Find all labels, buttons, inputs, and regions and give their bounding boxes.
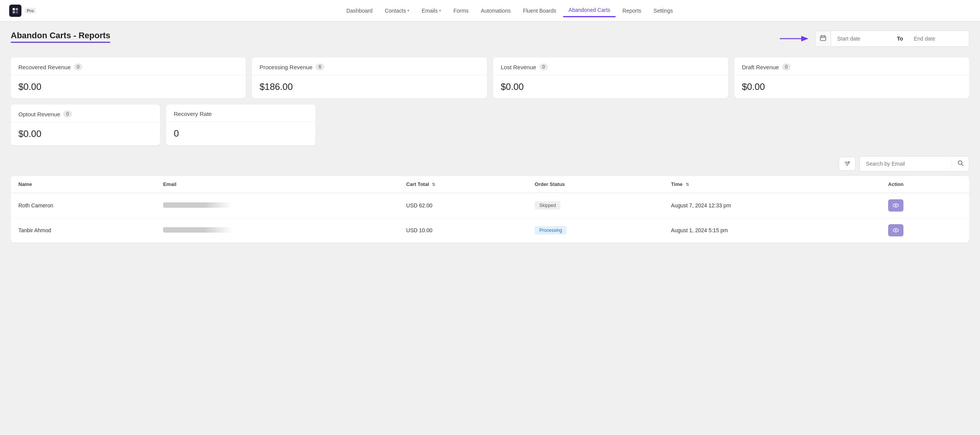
processing-revenue-title: Processing Revenue [260, 64, 312, 70]
status-badge-skipped: Skipped [535, 201, 560, 210]
svg-point-13 [895, 205, 897, 206]
page-content: Abandon Carts - Reports [0, 21, 980, 252]
col-action: Action [880, 176, 969, 193]
table-row: Roth Cameron USD 62.00 Skipped August 7,… [11, 193, 969, 218]
cell-email [155, 218, 399, 243]
optout-revenue-title: Optout Revenue [18, 111, 60, 117]
recovered-revenue-badge: 0 [74, 64, 83, 70]
cell-time: August 1, 2024 5:15 pm [663, 218, 880, 243]
recovery-rate-card: Recovery Rate 0 [166, 104, 315, 145]
nav-abandoned-carts[interactable]: Abandoned Carts [563, 4, 616, 17]
table-body: Roth Cameron USD 62.00 Skipped August 7,… [11, 193, 969, 243]
search-email-input[interactable] [860, 157, 952, 170]
processing-revenue-value: $186.00 [252, 75, 487, 98]
nav-emails[interactable]: Emails ▾ [416, 5, 446, 17]
cell-action [880, 218, 969, 243]
svg-rect-1 [16, 8, 18, 10]
table-toolbar [11, 156, 969, 171]
chevron-down-icon: ▾ [439, 8, 441, 13]
nav-contacts[interactable]: Contacts ▾ [379, 5, 415, 17]
lost-revenue-badge: 0 [539, 64, 548, 70]
sort-icon: ⇅ [686, 182, 689, 187]
search-button[interactable] [952, 156, 969, 171]
end-date-input[interactable] [908, 32, 969, 46]
app-logo[interactable]: Pro [9, 5, 36, 17]
col-email: Email [155, 176, 399, 193]
view-action-button[interactable] [888, 224, 903, 236]
svg-rect-0 [13, 8, 15, 10]
col-order-status: Order Status [527, 176, 663, 193]
page-title: Abandon Carts - Reports [11, 31, 110, 43]
data-table: Name Email Cart Total ⇅ Order Status Tim… [11, 176, 969, 243]
stats-row-1: Recovered Revenue 0 $0.00 Processing Rev… [11, 57, 969, 98]
svg-rect-3 [16, 11, 18, 13]
nav-dashboard[interactable]: Dashboard [341, 5, 378, 17]
lost-revenue-title: Lost Revenue [501, 64, 536, 70]
lost-revenue-header: Lost Revenue 0 [493, 57, 728, 75]
cell-order-status: Skipped [527, 193, 663, 218]
stats-row-2: Optout Revenue 0 $0.00 Recovery Rate 0 [11, 104, 969, 145]
cell-cart-total: USD 62.00 [399, 193, 527, 218]
draft-revenue-value: $0.00 [734, 75, 969, 98]
arrow-annotation [780, 33, 810, 44]
cell-time: August 7, 2024 12:33 pm [663, 193, 880, 218]
search-box [859, 156, 969, 171]
svg-point-15 [895, 230, 897, 231]
optout-revenue-badge: 0 [63, 111, 72, 117]
lost-revenue-card: Lost Revenue 0 $0.00 [493, 57, 728, 98]
lost-revenue-value: $0.00 [493, 75, 728, 98]
recovered-revenue-value: $0.00 [11, 75, 246, 98]
svg-rect-6 [820, 36, 826, 41]
svg-rect-2 [13, 11, 15, 13]
page-header: Abandon Carts - Reports [11, 31, 969, 47]
start-date-input[interactable] [831, 32, 892, 46]
draft-revenue-card: Draft Revenue 0 $0.00 [734, 57, 969, 98]
cell-cart-total: USD 10.00 [399, 218, 527, 243]
calendar-icon [815, 31, 831, 46]
nav-reports[interactable]: Reports [617, 5, 647, 17]
cell-name: Roth Cameron [11, 193, 155, 218]
processing-revenue-card: Processing Revenue 6 $186.00 [252, 57, 487, 98]
optout-revenue-card: Optout Revenue 0 $0.00 [11, 104, 160, 145]
email-blurred [163, 202, 232, 208]
chevron-down-icon: ▾ [407, 8, 409, 13]
nav-items: Dashboard Contacts ▾ Emails ▾ Forms Auto… [48, 4, 971, 17]
date-to-label: To [892, 32, 908, 46]
cell-order-status: Processing [527, 218, 663, 243]
draft-revenue-title: Draft Revenue [742, 64, 779, 70]
processing-revenue-header: Processing Revenue 6 [252, 57, 487, 75]
recovered-revenue-header: Recovered Revenue 0 [11, 57, 246, 75]
table-row: Tanbir Ahmod USD 10.00 Processing August… [11, 218, 969, 243]
email-blurred [163, 227, 232, 233]
recovery-rate-title: Recovery Rate [174, 111, 212, 117]
pro-badge: Pro [24, 8, 36, 14]
cell-action [880, 193, 969, 218]
col-name: Name [11, 176, 155, 193]
date-filter[interactable]: To [815, 31, 969, 47]
top-navigation: Pro Dashboard Contacts ▾ Emails ▾ Forms … [0, 0, 980, 21]
status-badge-processing: Processing [535, 226, 567, 235]
cell-name: Tanbir Ahmod [11, 218, 155, 243]
cell-email [155, 193, 399, 218]
processing-revenue-badge: 6 [315, 64, 324, 70]
nav-settings[interactable]: Settings [648, 5, 678, 17]
date-filter-area: To [780, 31, 969, 47]
sort-icon: ⇅ [432, 182, 435, 187]
table-header: Name Email Cart Total ⇅ Order Status Tim… [11, 176, 969, 193]
view-action-button[interactable] [888, 199, 903, 212]
sort-button[interactable] [839, 157, 856, 171]
recovery-rate-header: Recovery Rate [166, 104, 315, 122]
optout-revenue-header: Optout Revenue 0 [11, 104, 160, 122]
nav-forms[interactable]: Forms [448, 5, 474, 17]
draft-revenue-badge: 0 [782, 64, 791, 70]
recovered-revenue-card: Recovered Revenue 0 $0.00 [11, 57, 246, 98]
table: Name Email Cart Total ⇅ Order Status Tim… [11, 176, 969, 243]
recovery-rate-value: 0 [166, 122, 315, 145]
nav-automations[interactable]: Automations [475, 5, 516, 17]
col-time[interactable]: Time ⇅ [663, 176, 880, 193]
recovered-revenue-title: Recovered Revenue [18, 64, 71, 70]
col-cart-total[interactable]: Cart Total ⇅ [399, 176, 527, 193]
logo-icon [9, 5, 21, 17]
optout-revenue-value: $0.00 [11, 122, 160, 145]
nav-fluent-boards[interactable]: Fluent Boards [518, 5, 562, 17]
